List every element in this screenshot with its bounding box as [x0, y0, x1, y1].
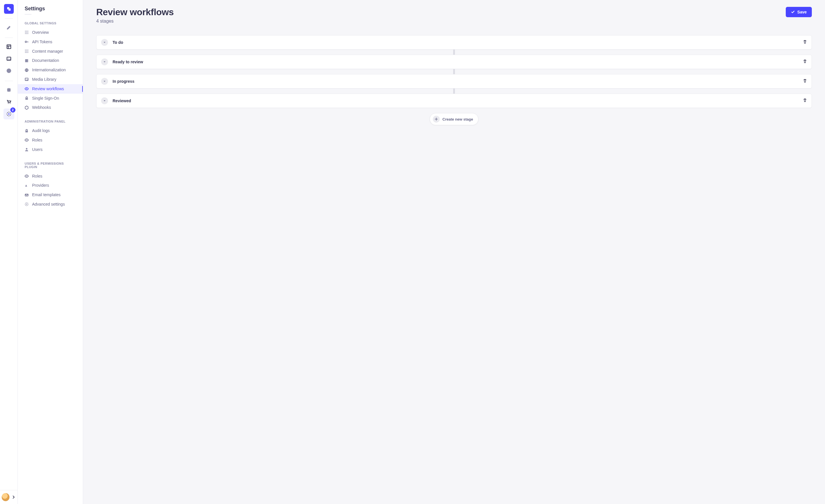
sidebar-item-label: Media Library: [32, 77, 57, 82]
grid-icon: [25, 30, 29, 34]
stage-delete-button[interactable]: [803, 98, 807, 103]
stages-list: To do Ready to review In progress Review…: [96, 35, 812, 108]
sidebar-item-label: Audit logs: [32, 128, 50, 133]
app-logo[interactable]: [4, 4, 14, 14]
hex-icon: [25, 106, 29, 110]
rail-plugins[interactable]: [3, 84, 14, 95]
rail-content[interactable]: [3, 22, 14, 33]
nav-rail: 2: [0, 0, 18, 504]
image-icon: [25, 77, 29, 81]
stage-expand-toggle[interactable]: [101, 78, 108, 85]
rail-divider: [5, 81, 13, 81]
avatar[interactable]: [2, 493, 9, 501]
sidebar-item-label: Content manager: [32, 49, 63, 54]
sidebar-item-content-manager[interactable]: Content manager: [18, 47, 83, 56]
rail-expand-icon[interactable]: [11, 495, 16, 499]
sidebar-item-label: Roles: [32, 138, 43, 143]
stage-delete-button[interactable]: [803, 79, 807, 84]
rail-divider: [5, 18, 13, 19]
save-button[interactable]: Save: [786, 7, 812, 17]
stage-expand-toggle[interactable]: [101, 59, 108, 65]
sidebar-group-global: GLOBAL SETTINGS OverviewAPI TokensConten…: [18, 21, 83, 112]
sidebar-item-label: Users: [32, 147, 43, 152]
sidebar-item-media-library[interactable]: Media Library: [18, 75, 83, 84]
lock-icon: [25, 96, 29, 100]
sidebar-item-api-tokens[interactable]: API Tokens: [18, 37, 83, 47]
globe-icon: [25, 68, 29, 72]
mail-icon: [25, 193, 29, 197]
key-icon: [25, 40, 29, 44]
settings-sidebar: Settings GLOBAL SETTINGS OverviewAPI Tok…: [18, 0, 83, 504]
sidebar-item-label: Advanced settings: [32, 202, 65, 207]
sidebar-item-label: Roles: [32, 174, 43, 179]
sidebar-item-audit-logs[interactable]: Audit logs: [18, 126, 83, 136]
sidebar-group-label: USERS & PERMISSIONS PLUGIN: [18, 162, 83, 172]
grid-icon: [25, 49, 29, 53]
stage-card[interactable]: In progress: [96, 74, 812, 88]
sidebar-item-users[interactable]: Users: [18, 145, 83, 154]
rail-footer: [0, 490, 17, 504]
stage-connector: [453, 50, 455, 55]
sidebar-item-single-sign-on[interactable]: Single Sign-On: [18, 94, 83, 103]
stage-card[interactable]: Reviewed: [96, 94, 812, 108]
sidebar-item-label: Overview: [32, 30, 49, 35]
sidebar-item-documentation[interactable]: Documentation: [18, 56, 83, 65]
rail-content-types[interactable]: [3, 41, 14, 52]
rail-info[interactable]: [3, 65, 14, 76]
page-subtitle: 4 stages: [96, 19, 174, 24]
gear-icon: [25, 202, 29, 206]
sidebar-group-perms: USERS & PERMISSIONS PLUGIN RolesProvider…: [18, 162, 83, 209]
book-icon: [25, 59, 29, 63]
stage-name: Reviewed: [112, 98, 803, 103]
create-stage-button[interactable]: Create new stage: [430, 113, 479, 125]
sidebar-item-label: API Tokens: [32, 39, 53, 45]
sidebar-item-roles[interactable]: Roles: [18, 136, 83, 145]
sidebar-item-providers[interactable]: Providers: [18, 181, 83, 190]
save-button-label: Save: [797, 10, 807, 14]
sidebar-item-label: Documentation: [32, 58, 59, 63]
eye-icon: [25, 174, 29, 178]
eye-icon: [25, 87, 29, 91]
stage-card[interactable]: Ready to review: [96, 55, 812, 69]
sidebar-item-overview[interactable]: Overview: [18, 28, 83, 37]
sidebar-title-underline: [25, 14, 31, 15]
stage-name: In progress: [112, 79, 803, 84]
sidebar-group-admin: ADMINISTRATION PANEL Audit logsRolesUser…: [18, 120, 83, 154]
sidebar-title: Settings: [18, 6, 83, 14]
sidebar-item-internationalization[interactable]: Internationalization: [18, 65, 83, 75]
stage-connector: [453, 88, 455, 94]
sidebar-group-label: GLOBAL SETTINGS: [18, 21, 83, 28]
user-icon: [25, 148, 29, 152]
stage-expand-toggle[interactable]: [101, 97, 108, 104]
stage-delete-button[interactable]: [803, 59, 807, 65]
prov-icon: [25, 183, 29, 187]
rail-marketplace[interactable]: [3, 96, 14, 107]
stage-delete-button[interactable]: [803, 40, 807, 45]
eye-icon: [25, 138, 29, 142]
page-header: Review workflows 4 stages Save: [96, 7, 812, 24]
sidebar-item-advanced-settings[interactable]: Advanced settings: [18, 199, 83, 209]
sidebar-item-webhooks[interactable]: Webhooks: [18, 103, 83, 112]
rail-settings[interactable]: 2: [3, 108, 14, 119]
rail-settings-badge: 2: [10, 107, 15, 112]
sidebar-group-label: ADMINISTRATION PANEL: [18, 120, 83, 126]
sidebar-item-email-templates[interactable]: Email templates: [18, 190, 83, 199]
page-title: Review workflows: [96, 7, 174, 17]
stage-card[interactable]: To do: [96, 35, 812, 50]
sidebar-item-review-workflows[interactable]: Review workflows: [18, 84, 83, 94]
stage-name: Ready to review: [112, 60, 803, 64]
check-icon: [791, 10, 795, 14]
sidebar-item-label: Single Sign-On: [32, 96, 59, 101]
sidebar-item-label: Webhooks: [32, 105, 51, 110]
sidebar-item-label: Email templates: [32, 192, 61, 197]
stage-expand-toggle[interactable]: [101, 39, 108, 46]
rail-media[interactable]: [3, 53, 14, 64]
sidebar-item-roles[interactable]: Roles: [18, 172, 83, 181]
create-stage-label: Create new stage: [443, 117, 473, 121]
sidebar-item-label: Internationalization: [32, 68, 66, 72]
plus-icon: [433, 116, 440, 122]
lock-icon: [25, 129, 29, 133]
sidebar-item-label: Review workflows: [32, 86, 64, 91]
main-content: Review workflows 4 stages Save To do Rea…: [83, 0, 825, 504]
stage-name: To do: [112, 40, 803, 45]
